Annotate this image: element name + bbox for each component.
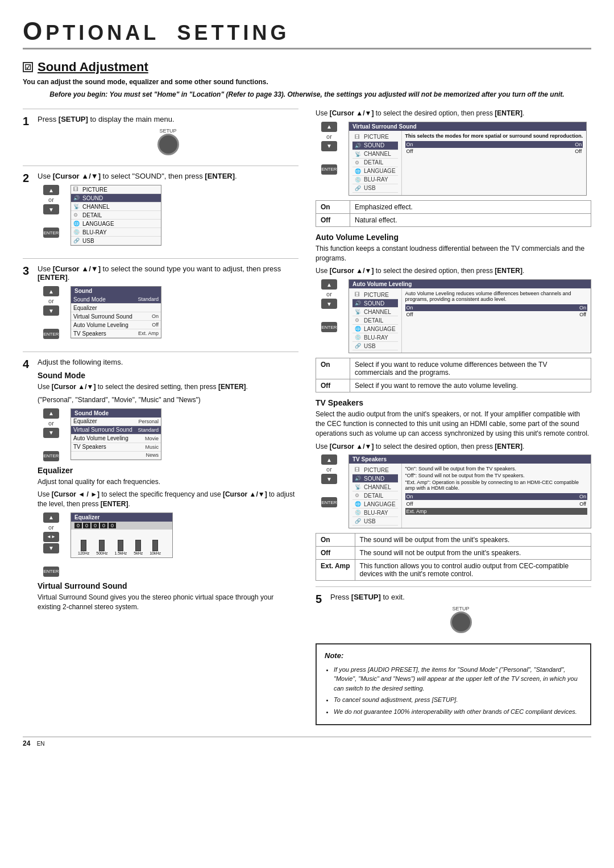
- main-content: 1 Press [SETUP] to display the main menu…: [23, 109, 591, 725]
- tvsp-row-bluray: 💿BLU-RAY: [352, 509, 398, 517]
- cursor-up-sm[interactable]: ▲: [43, 408, 59, 419]
- cursor-down-vss[interactable]: ▼: [321, 141, 337, 151]
- setup-label-5: SETUP: [452, 606, 469, 611]
- avl-menu: Auto Volume Leveling 🎞PICTURE 🔊SOUND 📡CH…: [349, 279, 591, 353]
- avl-row-detail: ⚙DETAIL: [352, 316, 398, 325]
- vss-row: Virtual Surround SoundOn: [71, 312, 161, 321]
- setup-circle-5: [450, 611, 472, 633]
- cursor-up-tvsp[interactable]: ▲: [321, 454, 337, 465]
- avl-row-usb: 🔗USB: [352, 342, 398, 350]
- enter-btn-2[interactable]: ENTER: [43, 228, 59, 238]
- step-3-remote: ▲ or ▼ ENTER: [38, 286, 65, 339]
- step-3-num: 3: [23, 264, 34, 344]
- vss-menu: Virtual Surround Sound 🎞PICTURE 🔊SOUND 📡…: [349, 122, 587, 196]
- avl-row-sound: 🔊SOUND: [352, 299, 398, 308]
- step-5-content: Press [SETUP] to exit. SETUP: [330, 593, 591, 635]
- vss-off-row: Off Natural effect.: [316, 213, 591, 226]
- cursor-lr-eq[interactable]: ◄►: [43, 532, 59, 542]
- setup-button-wrap-1: SETUP: [38, 128, 298, 155]
- menu-row-bluray: 💿BLU-RAY: [71, 228, 161, 237]
- sm-row-avl: Auto Volume LevelingMovie: [71, 435, 161, 443]
- sound-mode-menu-header: Sound Mode: [71, 409, 161, 418]
- step-1-text: Press [SETUP] to display the main menu.: [38, 115, 298, 123]
- sound-mode-text1: Use [Cursor ▲/▼] to select the desired s…: [38, 382, 298, 392]
- tvsp-row-channel: 📡CHANNEL: [352, 483, 398, 491]
- tvsp-row-sound: 🔊SOUND: [352, 474, 398, 483]
- cursor-up-btn-3[interactable]: ▲: [43, 286, 59, 296]
- step-3-illustration: ▲ or ▼ ENTER Sound Sound ModeStandard Eq…: [38, 286, 298, 339]
- cursor-down-avl[interactable]: ▼: [321, 299, 337, 309]
- cursor-up-btn[interactable]: ▲: [43, 185, 59, 195]
- vss-text2: Use [Cursor ▲/▼] to select the desired o…: [316, 109, 591, 118]
- usb-icon: 🔗: [73, 238, 82, 243]
- avl-off-value: Select if you want to remove the auto vo…: [350, 379, 591, 392]
- step-4-num: 4: [23, 358, 34, 615]
- cursor-down-btn[interactable]: ▼: [43, 204, 59, 214]
- equalizer-menu-header: Equalizer: [71, 513, 172, 522]
- vss-illustration: ▲ or ▼ ENTER Virtual Surround Sound 🎞PIC…: [316, 122, 591, 196]
- sm-row-equalizer: EqualizerPersonal: [71, 418, 161, 426]
- cursor-down-btn-3[interactable]: ▼: [43, 305, 59, 316]
- enter-btn-3[interactable]: ENTER: [43, 329, 59, 339]
- enter-btn-avl[interactable]: ENTER: [321, 322, 337, 332]
- step-3-menu: Sound Sound ModeStandard Equalizer Virtu…: [70, 286, 161, 338]
- vss-menu-row-picture: 🎞PICTURE: [352, 133, 398, 142]
- vss-on-key: On: [316, 200, 350, 213]
- vss-off-value: Natural effect.: [350, 213, 591, 226]
- page-header: OPTIONAL SETTING: [23, 17, 591, 49]
- setup-circle-1: [157, 134, 179, 155]
- step-5-num: 5: [316, 593, 327, 635]
- step-4-content: Adjust the following items. Sound Mode U…: [38, 358, 298, 615]
- note-item-2: To cancel sound adjustment, press [SETUP…: [334, 695, 582, 705]
- tvsp-text2: Use [Cursor ▲/▼] to select the desired o…: [316, 442, 591, 452]
- cursor-down-eq[interactable]: ▼: [43, 543, 59, 553]
- tvsp-row-detail: ⚙DETAIL: [352, 491, 398, 500]
- tvsp-row-picture: 🎞PICTURE: [352, 466, 398, 474]
- sound-mode-illustration: ▲ or ▼ ENTER Sound Mode EqualizerPersona…: [38, 408, 298, 461]
- vss-option-table: On Emphasized effect. Off Natural effect…: [316, 200, 591, 227]
- channel-icon: 📡: [73, 204, 82, 209]
- vss-menu-header: Virtual Surround Sound: [349, 122, 586, 131]
- step-2-content: Use [Cursor ▲/▼] to select "SOUND", then…: [38, 172, 298, 250]
- avl-option-table: On Select if you want to reduce volume d…: [316, 358, 591, 392]
- sound-icon: 🔊: [73, 195, 82, 201]
- bluray-icon: 💿: [73, 229, 82, 235]
- avl-row: Auto Volume LevelingOff: [71, 321, 161, 329]
- step-4: 4 Adjust the following items. Sound Mode…: [23, 352, 298, 615]
- cursor-up-vss[interactable]: ▲: [321, 122, 337, 132]
- equalizer-illustration: ▲ or ◄► ▼ ENTER Equalizer 0 0: [38, 512, 298, 577]
- page-title: OPTIONAL SETTING: [23, 17, 591, 46]
- or-label-eq: or: [48, 524, 54, 531]
- section-title-row: ☑ Sound Adjustment: [23, 60, 591, 75]
- tvsp-remote: ▲ or ▼ ENTER: [316, 454, 343, 507]
- cursor-down-sm[interactable]: ▼: [43, 428, 59, 438]
- header-title-rest: PTIONAL: [45, 21, 159, 44]
- or-label-sm: or: [48, 420, 54, 427]
- tvsp-on-key: On: [316, 534, 355, 547]
- tvsp-heading: TV Speakers: [316, 398, 591, 407]
- avl-on-value: Select if you want to reduce volume diff…: [350, 358, 591, 379]
- sound-mode-text2: ("Personal", "Standard", "Movie", "Music…: [38, 395, 298, 405]
- sm-row-standard: Virtual Surround SoundStandard: [71, 426, 161, 435]
- cursor-up-eq[interactable]: ▲: [43, 512, 59, 523]
- note-item-3: We do not guarantee 100% interoperabilit…: [334, 707, 582, 717]
- cursor-up-avl[interactable]: ▲: [321, 279, 337, 290]
- avl-row-language: 🌐LANGUAGE: [352, 325, 398, 333]
- avl-text2: Use [Cursor ▲/▼] to select the desired o…: [316, 266, 591, 276]
- enter-btn-tvsp[interactable]: ENTER: [321, 497, 337, 507]
- or-label-avl: or: [326, 291, 332, 297]
- avl-off-row: Off Select if you want to remove the aut…: [316, 379, 591, 392]
- page-lang: EN: [37, 741, 45, 747]
- enter-btn-sm[interactable]: ENTER: [43, 451, 59, 461]
- equalizer-text1: Adjust tonal quality for each frequencie…: [38, 477, 298, 487]
- cursor-down-tvsp[interactable]: ▼: [321, 474, 337, 484]
- vss-on-value: Emphasized effect.: [350, 200, 591, 213]
- header-first-letter: O: [23, 17, 45, 45]
- vss-on-row: On Emphasized effect.: [316, 200, 591, 213]
- tvsp-on-row: On The sound will be output from the uni…: [316, 534, 591, 547]
- enter-btn-eq[interactable]: ENTER: [43, 567, 59, 577]
- sm-row-news: News: [71, 452, 161, 460]
- sound-menu-header: Sound: [71, 287, 161, 295]
- enter-btn-vss[interactable]: ENTER: [321, 164, 337, 175]
- menu-row-detail: ⚙DETAIL: [71, 211, 161, 220]
